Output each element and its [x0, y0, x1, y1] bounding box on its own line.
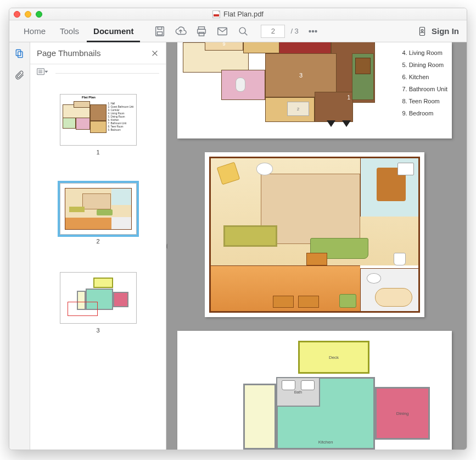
floorplan-1: 9 3 7 2 1	[183, 42, 380, 136]
thumbnails-title: Page Thumbnails	[37, 48, 100, 58]
p3-deck: Deck	[298, 341, 369, 374]
page-total-label: / 3	[290, 27, 298, 35]
thumbnail-1-number: 1	[96, 149, 99, 156]
print-icon[interactable]	[192, 20, 211, 42]
save-icon[interactable]	[150, 20, 170, 42]
page-3: Deck Kitchen Bath Dining	[177, 331, 452, 450]
thumbnail-options-icon[interactable]	[37, 68, 49, 79]
window-controls	[14, 11, 42, 18]
thumbnails-rail-icon[interactable]	[13, 47, 27, 61]
thumb1-title: Flat Plan	[63, 96, 115, 99]
thumbnails-panel: Page Thumbnails Flat Plan	[30, 42, 166, 450]
svg-rect-1	[158, 26, 162, 29]
floorplan-2	[209, 157, 420, 313]
close-panel-icon[interactable]	[150, 49, 159, 58]
svg-point-8	[309, 30, 311, 32]
collapse-panel-icon[interactable]	[166, 227, 170, 265]
thumbnails-list[interactable]: Flat Plan 1. Hall2. Guest Bathroom Unit3…	[30, 82, 166, 334]
search-icon[interactable]	[233, 20, 253, 42]
cloud-upload-icon[interactable]	[171, 20, 191, 42]
minimize-button[interactable]	[25, 11, 31, 18]
divider	[55, 73, 159, 74]
page-2	[205, 152, 424, 317]
svg-rect-5	[199, 32, 204, 35]
thumbnail-2-number: 2	[96, 238, 99, 245]
toolbar: Home Tools Document 2 / 3 Sign In	[9, 20, 467, 42]
svg-point-7	[240, 27, 246, 34]
zoom-button[interactable]	[36, 11, 42, 18]
document-viewer[interactable]: 4. Living Room 5. Dining Room 6. Kitchen…	[166, 42, 467, 450]
thumbnail-1[interactable]: Flat Plan 1. Hall2. Guest Bathroom Unit3…	[60, 94, 137, 156]
window-title-text: Flat Plan.pdf	[223, 10, 264, 18]
tab-document[interactable]: Document	[87, 20, 140, 42]
pdf-file-icon	[212, 10, 220, 18]
tab-home[interactable]: Home	[17, 20, 52, 42]
p3-side	[243, 384, 276, 450]
thumb1-legend: 1. Hall2. Guest Bathroom Unit3. Corridor…	[108, 102, 133, 132]
close-button[interactable]	[14, 11, 20, 18]
app-window: Flat Plan.pdf Home Tools Document 2 / 3	[9, 8, 467, 450]
page-1: 4. Living Room 5. Dining Room 6. Kitchen…	[177, 42, 452, 138]
thumbnail-2[interactable]: 2	[60, 183, 137, 245]
svg-rect-13	[16, 50, 20, 56]
sign-in-button[interactable]: Sign In	[417, 25, 459, 37]
p3-dining: Dining	[375, 387, 430, 440]
thumbnails-tools	[30, 64, 166, 82]
svg-point-9	[312, 30, 313, 32]
titlebar: Flat Plan.pdf	[9, 8, 467, 20]
svg-point-12	[421, 29, 423, 31]
svg-point-10	[315, 30, 317, 32]
thumbnail-3[interactable]: 3	[60, 272, 137, 334]
sign-in-label: Sign In	[432, 26, 459, 36]
thumbnail-2-page	[60, 183, 137, 235]
tab-tools[interactable]: Tools	[53, 20, 86, 42]
thumbnails-header: Page Thumbnails	[30, 42, 166, 64]
svg-rect-2	[158, 31, 163, 34]
thumbnail-3-page	[60, 272, 137, 324]
page-1-legend: 4. Living Room 5. Dining Room 6. Kitchen…	[402, 47, 447, 119]
attachments-rail-icon[interactable]	[13, 68, 27, 82]
page-number-input[interactable]: 2	[261, 25, 285, 38]
window-title: Flat Plan.pdf	[9, 10, 467, 18]
content-area: Page Thumbnails Flat Plan	[9, 42, 467, 450]
svg-rect-14	[18, 52, 22, 58]
thumbnail-3-number: 3	[96, 327, 99, 334]
nav-rail	[9, 42, 30, 450]
more-icon[interactable]	[303, 20, 323, 42]
thumbnail-1-page: Flat Plan 1. Hall2. Guest Bathroom Unit3…	[60, 94, 137, 146]
email-icon[interactable]	[212, 20, 232, 42]
